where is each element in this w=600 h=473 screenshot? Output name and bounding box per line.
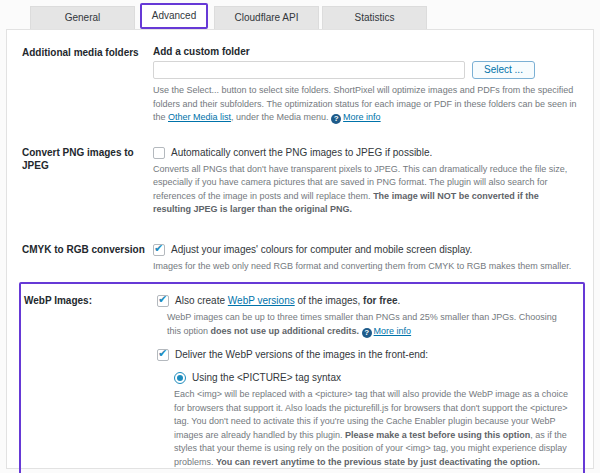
tab-statistics[interactable]: Statistics xyxy=(322,6,427,29)
add-custom-folder-label: Add a custom folder xyxy=(153,46,579,57)
other-media-list-link[interactable]: Other Media list xyxy=(168,112,231,122)
select-folder-button[interactable]: Select ... xyxy=(472,61,535,79)
checkbox-deliver-webp-checked[interactable] xyxy=(157,349,169,361)
shortpixel-settings-page: General Advanced Cloudflare API Statisti… xyxy=(0,0,600,473)
row-label-convert-png: Convert PNG images to JPEG xyxy=(11,146,153,217)
cmyk-checkbox-label: Adjust your images' colours for computer… xyxy=(171,243,472,257)
checkbox-cmyk-checked[interactable] xyxy=(153,244,165,256)
desc-text: , under the Media menu. xyxy=(231,112,331,122)
convert-png-description: Converts all PNGs that don't have transp… xyxy=(153,163,579,217)
checkbox-create-webp-checked[interactable] xyxy=(157,295,169,307)
advanced-tab-highlight-box: Advanced xyxy=(140,3,208,29)
row-cmyk-to-rgb: CMYK to RGB conversion Adjust your image… xyxy=(11,243,589,274)
media-folders-description: Use the Select... button to select site … xyxy=(153,84,579,125)
webp-versions-link[interactable]: WebP versions xyxy=(228,295,295,306)
picture-tag-description: Each <img> will be replaced with a <pict… xyxy=(174,388,571,469)
convert-png-checkbox-label: Automatically convert the PNG images to … xyxy=(171,146,432,160)
deliver-webp-checkbox-label: Deliver the WebP versions of the images … xyxy=(175,348,428,362)
more-info-link[interactable]: More info xyxy=(343,112,381,122)
create-webp-description: WebP images can be up to three times sma… xyxy=(167,311,571,338)
picture-tag-radio-label: Using the <PICTURE> tag syntax xyxy=(192,371,341,385)
row-label-additional-media-folders: Additional media folders xyxy=(11,46,153,125)
row-additional-media-folders: Additional media folders Add a custom fo… xyxy=(11,46,589,125)
cmyk-description: Images for the web only need RGB format … xyxy=(153,260,579,274)
radio-picture-tag-selected[interactable] xyxy=(174,372,186,384)
webp-section-highlight-box: WebP Images: Also create WebP versions o… xyxy=(19,282,585,473)
tab-general[interactable]: General xyxy=(30,6,135,29)
tab-cloudflare-api[interactable]: Cloudflare API xyxy=(214,6,319,29)
advanced-settings-panel: Additional media folders Add a custom fo… xyxy=(6,29,594,469)
checkbox-convert-png-unchecked[interactable] xyxy=(153,147,165,159)
row-convert-png-to-jpeg: Convert PNG images to JPEG Automatically… xyxy=(11,146,589,217)
help-icon: ? xyxy=(362,328,372,338)
row-webp-images: WebP Images: Also create WebP versions o… xyxy=(21,294,581,473)
row-label-cmyk: CMYK to RGB conversion xyxy=(11,243,153,274)
webp-more-info-link[interactable]: More info xyxy=(374,326,412,336)
row-label-webp: WebP Images: xyxy=(21,294,157,473)
help-icon: ? xyxy=(331,114,341,124)
create-webp-checkbox-label: Also create WebP versions of the images,… xyxy=(175,294,400,308)
tab-advanced[interactable]: Advanced xyxy=(142,5,206,27)
custom-folder-input[interactable] xyxy=(153,61,465,79)
settings-tabbar: General Advanced Cloudflare API Statisti… xyxy=(30,5,600,29)
